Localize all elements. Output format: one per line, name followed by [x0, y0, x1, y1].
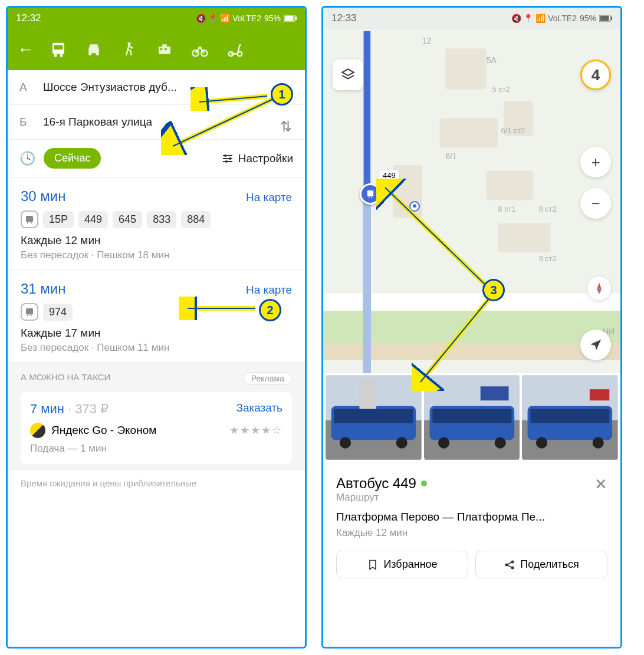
- disclaimer-text: Время ожидания и цены приблизительные: [8, 470, 305, 496]
- svg-line-88: [420, 299, 488, 382]
- bus-photo[interactable]: [326, 373, 422, 462]
- bus-icon: [21, 303, 38, 321]
- taxi-header: А МОЖНО НА ТАКСИ: [21, 372, 110, 385]
- battery-icon: [284, 15, 297, 22]
- layers-button[interactable]: [333, 60, 363, 90]
- status-icons: 🔇 📍 📶 VoLTE2 95%: [196, 14, 297, 23]
- phone-right: 12:33 🔇 📍 📶 VoLTE2 95% 12: [321, 6, 622, 649]
- bike-tab[interactable]: [189, 39, 211, 60]
- route-result-1[interactable]: 30 мин На карте 15Р 449 645 833 884 Кажд…: [8, 177, 305, 270]
- favorite-button[interactable]: Избранное: [336, 551, 468, 578]
- scooter-tab[interactable]: [225, 39, 246, 60]
- result-time: 30 мин: [21, 188, 66, 205]
- frequency-text: Каждые 12 мин: [21, 234, 292, 247]
- notification-badge[interactable]: 4: [580, 60, 611, 90]
- svg-rect-43: [498, 223, 550, 252]
- svg-text:12: 12: [422, 36, 431, 45]
- taxi-card[interactable]: 7 мин · 373 ₽ Заказать Яндекс Go - Эконо…: [21, 392, 292, 464]
- layers-icon: [340, 67, 356, 83]
- bus-info-card: Автобус 449 ✕ Маршрут Платформа Перово —…: [323, 465, 620, 647]
- clock-icon: 🕓: [19, 151, 35, 166]
- bus-photo[interactable]: [522, 373, 618, 462]
- order-link[interactable]: Заказать: [236, 401, 282, 417]
- battery-icon: [599, 15, 612, 22]
- status-time: 12:33: [331, 12, 357, 24]
- locate-icon: [589, 338, 603, 352]
- svg-point-26: [31, 315, 32, 316]
- close-icon[interactable]: ✕: [594, 475, 607, 493]
- svg-rect-70: [432, 409, 511, 423]
- ad-badge: Реклама: [244, 372, 292, 385]
- on-map-link[interactable]: На карте: [246, 284, 292, 297]
- svg-rect-80: [590, 389, 609, 400]
- svg-point-65: [396, 437, 408, 448]
- taxi-tab[interactable]: [154, 39, 175, 60]
- annotation-arrow: [376, 179, 494, 297]
- back-button[interactable]: ←: [17, 40, 34, 59]
- locate-button[interactable]: [580, 330, 611, 360]
- svg-point-71: [438, 437, 449, 448]
- share-button[interactable]: Поделиться: [475, 551, 607, 578]
- zoom-out-button[interactable]: −: [580, 188, 611, 219]
- svg-text:8 ст1: 8 ст1: [498, 205, 515, 213]
- bus-numbers-row: 15Р 449 645 833 884: [21, 210, 292, 228]
- on-map-link[interactable]: На карте: [246, 191, 292, 204]
- svg-rect-66: [359, 381, 376, 409]
- svg-point-22: [27, 222, 28, 223]
- svg-rect-12: [160, 48, 163, 51]
- status-icons: 🔇 📍 📶 VoLTE2 95%: [511, 14, 612, 23]
- car-tab[interactable]: [83, 39, 104, 60]
- svg-point-25: [27, 315, 28, 316]
- annotation-arrow: [161, 96, 279, 155]
- swap-icon[interactable]: ⇅: [280, 119, 292, 135]
- svg-point-57: [369, 196, 370, 198]
- svg-rect-6: [54, 45, 63, 50]
- annotation-1: 1: [271, 83, 293, 106]
- status-bar: 12:32 🔇 📍 📶 VoLTE2 95%: [8, 8, 305, 29]
- zoom-in-button[interactable]: +: [580, 147, 611, 177]
- svg-point-23: [31, 222, 32, 223]
- svg-text:6/1: 6/1: [446, 152, 458, 161]
- transport-mode-tabs: ←: [8, 29, 305, 70]
- compass-icon: [592, 281, 606, 295]
- taxi-section: А МОЖНО НА ТАКСИ Реклама 7 мин · 373 ₽ З…: [8, 363, 305, 470]
- annotation-3: 3: [482, 279, 505, 301]
- svg-point-79: [593, 437, 604, 448]
- annotation-2: 2: [259, 299, 281, 321]
- annotation-arrow: [179, 297, 261, 320]
- svg-point-58: [371, 196, 372, 198]
- svg-point-5: [60, 54, 63, 57]
- svg-marker-55: [597, 288, 602, 294]
- walk-tab[interactable]: [119, 39, 140, 60]
- detail-text: Без пересадок · Пешком 11 мин: [21, 342, 292, 354]
- taxi-time-price: 7 мин · 373 ₽: [30, 401, 109, 417]
- phone-left: 12:32 🔇 📍 📶 VoLTE2 95% ← А Шоссе Энтузиа…: [6, 6, 307, 649]
- svg-rect-2: [295, 17, 297, 20]
- compass-button[interactable]: [587, 277, 611, 300]
- svg-text:6/1 ст2: 6/1 ст2: [501, 126, 525, 135]
- svg-text:8 ст2: 8 ст2: [539, 205, 557, 213]
- result-time: 31 мин: [21, 281, 66, 297]
- svg-text:9 ст2: 9 ст2: [539, 254, 557, 263]
- svg-rect-36: [611, 17, 612, 20]
- svg-text:5 ст2: 5 ст2: [492, 85, 510, 94]
- svg-rect-41: [440, 119, 498, 147]
- svg-rect-63: [334, 409, 413, 423]
- svg-point-19: [229, 157, 231, 160]
- svg-rect-77: [531, 409, 610, 423]
- card-frequency: Каждые 12 мин: [336, 527, 607, 539]
- frequency-text: Каждые 17 мин: [21, 327, 292, 340]
- bookmark-icon: [367, 559, 379, 571]
- svg-rect-21: [26, 216, 33, 222]
- svg-rect-35: [600, 16, 609, 21]
- yandex-go-icon: [30, 423, 45, 438]
- svg-rect-24: [26, 308, 33, 315]
- status-bar: 12:33 🔇 📍 📶 VoLTE2 95%: [323, 8, 620, 29]
- bus-tab[interactable]: [48, 39, 69, 60]
- svg-point-78: [536, 437, 547, 448]
- taxi-eta: Подача — 1 мин: [30, 443, 282, 455]
- svg-line-86: [385, 187, 485, 285]
- rating-stars: ★★★★☆: [229, 424, 282, 437]
- now-pill[interactable]: Сейчас: [44, 148, 101, 169]
- svg-rect-11: [162, 44, 167, 47]
